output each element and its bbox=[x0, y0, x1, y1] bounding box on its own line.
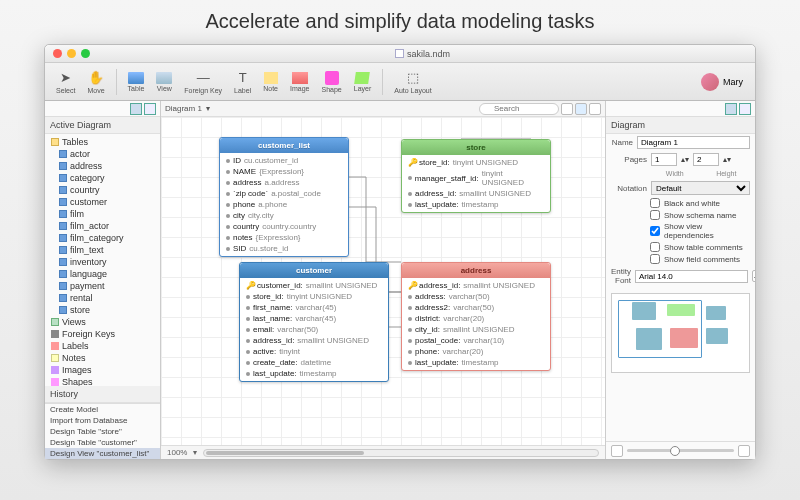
zoom-window-button[interactable] bbox=[81, 49, 90, 58]
option-schema-checkbox[interactable] bbox=[650, 210, 660, 220]
history-item[interactable]: Create Model bbox=[45, 404, 160, 415]
entity-field[interactable]: `zip code` a.postal_code bbox=[220, 188, 348, 199]
user-avatar[interactable] bbox=[701, 73, 719, 91]
entity-field[interactable]: 🔑address_id: smallint UNSIGNED bbox=[402, 280, 550, 291]
entity-customer-list[interactable]: customer_list ID cu.customer_idNAME {Exp… bbox=[219, 137, 349, 257]
search-input[interactable] bbox=[479, 103, 559, 115]
view-mode-list-button[interactable] bbox=[561, 103, 573, 115]
layer-tool-button[interactable]: Layer bbox=[349, 70, 377, 94]
tree-table-item[interactable]: film_actor bbox=[45, 220, 160, 232]
minimap[interactable] bbox=[611, 293, 750, 373]
zoom-actual-button[interactable] bbox=[738, 445, 750, 457]
image-tool-button[interactable]: Image bbox=[285, 70, 314, 94]
tree-table-item[interactable]: country bbox=[45, 184, 160, 196]
entity-store[interactable]: store 🔑store_id: tinyint UNSIGNEDmanager… bbox=[401, 139, 551, 213]
entity-field[interactable]: 🔑customer_id: smallint UNSIGNED bbox=[240, 280, 388, 291]
entity-header[interactable]: store bbox=[402, 140, 550, 155]
shape-tool-button[interactable]: Shape bbox=[316, 69, 346, 95]
tree-table-item[interactable]: film_text bbox=[45, 244, 160, 256]
tree-table-item[interactable]: film bbox=[45, 208, 160, 220]
tab-dropdown-icon[interactable]: ▾ bbox=[206, 104, 210, 113]
option-tblcom-checkbox[interactable] bbox=[650, 242, 660, 252]
history-item[interactable]: Design View "customer_list" bbox=[45, 448, 160, 459]
pages-width-input[interactable] bbox=[651, 153, 677, 166]
entity-header[interactable]: customer_list bbox=[220, 138, 348, 153]
option-bw-checkbox[interactable] bbox=[650, 198, 660, 208]
entity-field[interactable]: last_update: timestamp bbox=[402, 199, 550, 210]
entity-field[interactable]: first_name: varchar(45) bbox=[240, 302, 388, 313]
entity-field[interactable]: country country.country bbox=[220, 221, 348, 232]
entity-field[interactable]: city_id: smallint UNSIGNED bbox=[402, 324, 550, 335]
zoom-dropdown-icon[interactable]: ▾ bbox=[193, 448, 197, 457]
entity-field[interactable]: address2: varchar(50) bbox=[402, 302, 550, 313]
tree-table-item[interactable]: film_category bbox=[45, 232, 160, 244]
tree-group-foreign-keys[interactable]: Foreign Keys bbox=[45, 328, 160, 340]
view-mode-detail-button[interactable] bbox=[589, 103, 601, 115]
font-picker-button[interactable]: … bbox=[752, 270, 755, 282]
tree-group-views[interactable]: Views bbox=[45, 316, 160, 328]
select-tool-button[interactable]: ➤Select bbox=[51, 68, 80, 96]
history-item[interactable]: Design Table "customer" bbox=[45, 437, 160, 448]
tree-table-item[interactable]: store bbox=[45, 304, 160, 316]
entity-field[interactable]: address_id: smallint UNSIGNED bbox=[240, 335, 388, 346]
tree-table-item[interactable]: payment bbox=[45, 280, 160, 292]
entity-field[interactable]: create_date: datetime bbox=[240, 357, 388, 368]
table-tool-button[interactable]: Table bbox=[123, 70, 150, 94]
tree-group-shapes[interactable]: Shapes bbox=[45, 376, 160, 386]
tree-table-item[interactable]: inventory bbox=[45, 256, 160, 268]
tree-table-item[interactable]: language bbox=[45, 268, 160, 280]
tree-table-item[interactable]: actor bbox=[45, 148, 160, 160]
zoom-level[interactable]: 100% bbox=[167, 448, 187, 457]
notation-select[interactable]: Default bbox=[651, 181, 750, 195]
canvas[interactable]: customer_list ID cu.customer_idNAME {Exp… bbox=[161, 117, 605, 445]
zoom-slider[interactable] bbox=[627, 449, 734, 452]
entity-field[interactable]: notes {Expression} bbox=[220, 232, 348, 243]
entity-field[interactable]: manager_staff_id: tinyint UNSIGNED bbox=[402, 168, 550, 188]
entity-field[interactable]: SID cu.store_id bbox=[220, 243, 348, 254]
diagram-name-input[interactable] bbox=[637, 136, 750, 149]
entity-field[interactable]: last_name: varchar(45) bbox=[240, 313, 388, 324]
entity-field[interactable]: active: tinyint bbox=[240, 346, 388, 357]
entity-field[interactable]: address: varchar(50) bbox=[402, 291, 550, 302]
stepper-icon[interactable]: ▴▾ bbox=[681, 155, 689, 164]
view-tool-button[interactable]: View bbox=[151, 70, 177, 94]
inspector-tab-diagram-icon[interactable] bbox=[725, 103, 737, 115]
option-viewdep-checkbox[interactable] bbox=[650, 226, 660, 236]
tree-group-notes[interactable]: Notes bbox=[45, 352, 160, 364]
stepper-icon[interactable]: ▴▾ bbox=[723, 155, 731, 164]
entity-field[interactable]: ID cu.customer_id bbox=[220, 155, 348, 166]
entity-field[interactable]: last_update: timestamp bbox=[240, 368, 388, 379]
entity-header[interactable]: customer bbox=[240, 263, 388, 278]
inspector-tab-object-icon[interactable] bbox=[739, 103, 751, 115]
diagram-tab[interactable]: Diagram 1 bbox=[165, 104, 202, 113]
entity-field[interactable]: address_id: smallint UNSIGNED bbox=[402, 188, 550, 199]
panel-tab-objects-icon[interactable] bbox=[130, 103, 142, 115]
entity-field[interactable]: postal_code: varchar(10) bbox=[402, 335, 550, 346]
entity-customer[interactable]: customer 🔑customer_id: smallint UNSIGNED… bbox=[239, 262, 389, 382]
tree-table-item[interactable]: customer bbox=[45, 196, 160, 208]
panel-tab-model-icon[interactable] bbox=[144, 103, 156, 115]
label-tool-button[interactable]: TLabel bbox=[229, 68, 256, 96]
tree-table-item[interactable]: category bbox=[45, 172, 160, 184]
auto-layout-button[interactable]: ⬚Auto Layout bbox=[389, 68, 436, 96]
entity-field[interactable]: phone: varchar(20) bbox=[402, 346, 550, 357]
entity-field[interactable]: 🔑store_id: tinyint UNSIGNED bbox=[402, 157, 550, 168]
tree-table-item[interactable]: rental bbox=[45, 292, 160, 304]
move-tool-button[interactable]: ✋Move bbox=[82, 68, 109, 96]
pages-height-input[interactable] bbox=[693, 153, 719, 166]
zoom-fit-button[interactable] bbox=[611, 445, 623, 457]
tree-group-images[interactable]: Images bbox=[45, 364, 160, 376]
entity-field[interactable]: email: varchar(50) bbox=[240, 324, 388, 335]
entity-field[interactable]: NAME {Expression} bbox=[220, 166, 348, 177]
minimize-window-button[interactable] bbox=[67, 49, 76, 58]
tree-table-item[interactable]: address bbox=[45, 160, 160, 172]
entity-font-input[interactable] bbox=[635, 270, 748, 283]
note-tool-button[interactable]: Note bbox=[258, 70, 283, 94]
tree-group-labels[interactable]: Labels bbox=[45, 340, 160, 352]
entity-field[interactable]: address a.address bbox=[220, 177, 348, 188]
foreign-key-tool-button[interactable]: ―Foreign Key bbox=[179, 68, 227, 96]
entity-field[interactable]: store_id: tinyint UNSIGNED bbox=[240, 291, 388, 302]
entity-field[interactable]: city city.city bbox=[220, 210, 348, 221]
entity-header[interactable]: address bbox=[402, 263, 550, 278]
object-tree[interactable]: Tables actoraddresscategorycountrycustom… bbox=[45, 134, 160, 386]
